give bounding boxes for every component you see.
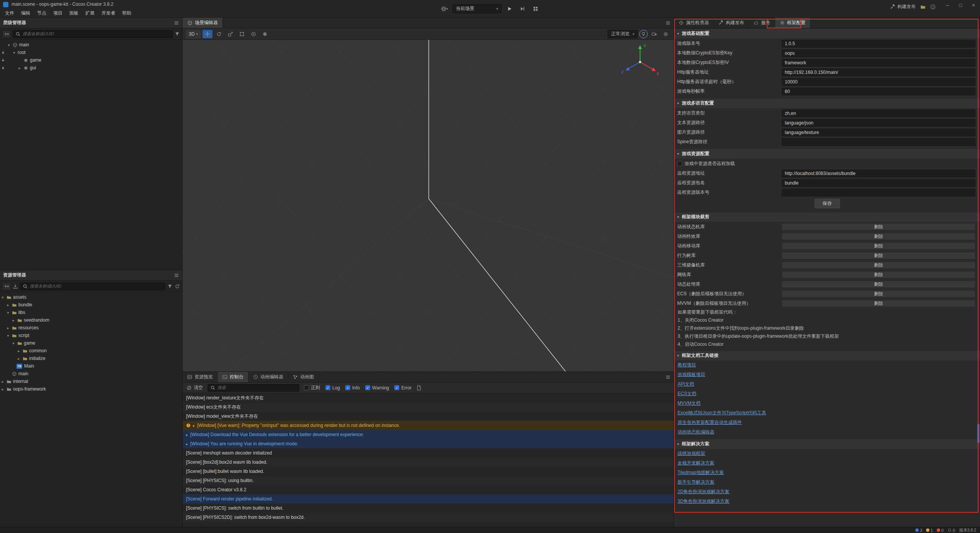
build-publish-button[interactable]: 构建发布 <box>890 3 916 10</box>
property-input[interactable] <box>782 138 975 146</box>
inspector-tab[interactable]: 服务 <box>749 18 775 28</box>
section-header[interactable]: ▾框架文档工具链接 <box>674 350 980 360</box>
external-link[interactable]: 游戏模板项目 <box>678 371 705 378</box>
delete-button[interactable]: 删除 <box>782 300 975 307</box>
export-log-icon[interactable] <box>416 385 421 391</box>
console-log-row[interactable]: [Window] render_texture文件夹不存在 <box>183 393 674 402</box>
console-log-row[interactable]: ▸[Window] Download the Vue Devtools exte… <box>183 430 674 439</box>
scene-editor-tab[interactable]: 场景编辑器 <box>183 18 223 28</box>
tree-item[interactable]: ▸gui <box>0 64 182 72</box>
console-log-row[interactable]: [Window] model_view文件夹不存在 <box>183 412 674 421</box>
tree-item[interactable]: ▾script <box>0 332 182 339</box>
property-input[interactable]: zh,en <box>782 110 975 117</box>
log-filter-toggle[interactable]: ✓Warning <box>365 385 389 391</box>
expand-arrow[interactable]: ▾ <box>6 43 11 47</box>
tree-item[interactable]: game <box>0 56 182 64</box>
property-input[interactable]: 10000 <box>782 78 975 86</box>
console-search-input[interactable]: 搜索 <box>207 384 299 392</box>
inspector-tab[interactable]: 构建发布 <box>714 18 749 28</box>
expand-arrow[interactable]: ▸ <box>186 442 188 446</box>
log-filter-toggle[interactable]: ✓Info <box>345 385 360 391</box>
log-filter-toggle[interactable]: 正则 <box>304 384 320 391</box>
project-folder-icon[interactable] <box>920 4 926 10</box>
tree-item[interactable]: ▾assets <box>0 293 182 301</box>
expand-arrow[interactable]: ▾ <box>11 51 17 55</box>
console-log-row[interactable]: [Scene] meshopt wasm decoder initialized <box>183 448 674 458</box>
space-tool-button[interactable] <box>260 30 270 38</box>
import-icon[interactable] <box>13 284 18 289</box>
tree-item[interactable]: ▸common <box>0 347 182 355</box>
checkbox[interactable] <box>677 161 682 166</box>
expand-arrow[interactable]: ▸ <box>186 433 188 437</box>
console-tab[interactable]: 资源预览 <box>183 372 218 382</box>
menu-item[interactable]: 面板 <box>66 9 82 18</box>
tree-item[interactable]: TSMain <box>0 362 182 370</box>
property-input[interactable]: 1.0.5 <box>782 40 975 47</box>
section-header[interactable]: ▾游戏多语言配置 <box>674 98 980 108</box>
lock-icon[interactable] <box>0 66 6 70</box>
filter-icon[interactable] <box>167 284 173 289</box>
external-link[interactable]: 2D角色扮演游戏解决方案 <box>678 489 729 495</box>
scene-select-dropdown[interactable]: 当前场景 ▾ <box>452 4 501 13</box>
tree-item[interactable]: ▾main <box>0 41 182 49</box>
tree-item[interactable]: ▾root <box>0 49 182 56</box>
external-link[interactable]: 动画状态机编辑器 <box>678 429 714 435</box>
expand-arrow[interactable]: ▸ <box>0 379 5 384</box>
checkbox[interactable]: ✓ <box>345 385 350 390</box>
log-filter-toggle[interactable]: ✓Log <box>325 385 340 391</box>
expand-arrow[interactable]: ▾ <box>0 295 5 299</box>
camera-settings-button[interactable] <box>649 30 659 38</box>
property-input[interactable]: http://192.168.0.150/main/ <box>782 69 975 76</box>
property-input[interactable]: language/texture <box>782 129 975 136</box>
tree-item[interactable]: ▸initialize <box>0 355 182 362</box>
preview-platform-button[interactable]: ▾ <box>439 4 449 13</box>
expand-arrow[interactable]: ▾ <box>5 334 11 338</box>
checkbox[interactable]: ✓ <box>325 385 330 390</box>
tree-item[interactable]: ▸internal <box>0 378 182 385</box>
tree-item[interactable]: main <box>0 370 182 378</box>
filter-icon[interactable] <box>175 31 180 37</box>
section-header[interactable]: ▾游戏基础配置 <box>674 28 980 38</box>
tree-item[interactable]: ▸oops-framework <box>0 385 182 393</box>
clear-console-button[interactable]: 清空 <box>186 384 203 391</box>
console-log-row[interactable]: [Scene] [box2d]:box2d wasm lib loaded. <box>183 458 674 467</box>
external-link[interactable]: Tiledmap地图解决方案 <box>678 469 724 476</box>
delete-button[interactable]: 删除 <box>782 281 975 288</box>
console-log-row[interactable]: [Scene] Forward render pipeline initiali… <box>183 494 674 504</box>
scene-viewport[interactable]: Y X Z <box>183 40 674 371</box>
rect-tool-button[interactable] <box>237 30 247 38</box>
panel-menu-icon[interactable] <box>174 20 179 26</box>
delete-button[interactable]: 删除 <box>782 290 975 298</box>
tree-item[interactable]: ▾game <box>0 339 182 347</box>
console-log-row[interactable]: [Scene] [PHYSICS2D]: switch from box2d-w… <box>183 513 674 522</box>
checkbox[interactable]: ✓ <box>394 385 399 390</box>
expand-arrow[interactable]: ▸ <box>16 356 21 361</box>
menu-item[interactable]: 节点 <box>34 9 50 18</box>
lock-icon[interactable] <box>0 58 6 62</box>
lighting-toggle-button[interactable] <box>639 30 648 38</box>
console-log-row[interactable]: [Scene] [PHYSICS]: using builtin. <box>183 476 674 485</box>
external-link[interactable]: 3D角色扮演游戏解决方案 <box>678 498 729 505</box>
close-button[interactable]: × <box>967 0 980 10</box>
expand-arrow[interactable]: ▾ <box>11 341 16 345</box>
tree-item[interactable]: ▸seedrandom <box>0 316 182 324</box>
create-node-button[interactable]: +▾ <box>2 30 11 38</box>
minimize-button[interactable]: – <box>941 0 954 10</box>
external-link[interactable]: 新手引导解决方案 <box>678 479 714 486</box>
log-filter-toggle[interactable]: ✓Error <box>394 385 412 391</box>
checkbox[interactable]: ✓ <box>365 385 370 390</box>
section-header[interactable]: ▾游戏资源配置 <box>674 149 980 159</box>
assets-search-input[interactable]: 搜索名称或UUID <box>20 283 165 290</box>
refresh-icon[interactable] <box>175 284 180 289</box>
help-icon[interactable]: ? <box>930 4 936 10</box>
status-warning-counter[interactable]: 1 <box>926 528 933 533</box>
section-header[interactable]: ▾框架模块裁剪 <box>674 212 980 222</box>
expand-arrow[interactable]: ▸ <box>11 318 16 322</box>
menu-item[interactable]: 文件 <box>2 9 18 18</box>
scene-settings-button[interactable] <box>661 30 671 38</box>
console-tab[interactable]: 动画编辑器 <box>248 372 288 382</box>
property-input[interactable]: framework <box>782 59 975 67</box>
external-link[interactable]: 原生包热更新配置自动生成插件 <box>678 419 742 426</box>
view-mode-dropdown[interactable]: 正常浏览 ▾ <box>608 30 638 38</box>
tree-item[interactable]: ▸bundle <box>0 301 182 309</box>
